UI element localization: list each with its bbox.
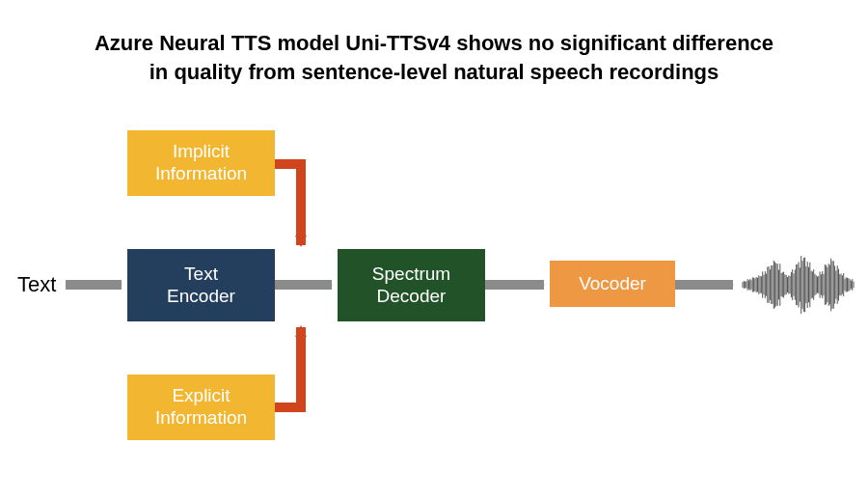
arrow-implicit-to-merge: [275, 164, 301, 245]
arrow-explicit-to-merge: [275, 327, 301, 407]
arrows-layer: [0, 0, 868, 500]
